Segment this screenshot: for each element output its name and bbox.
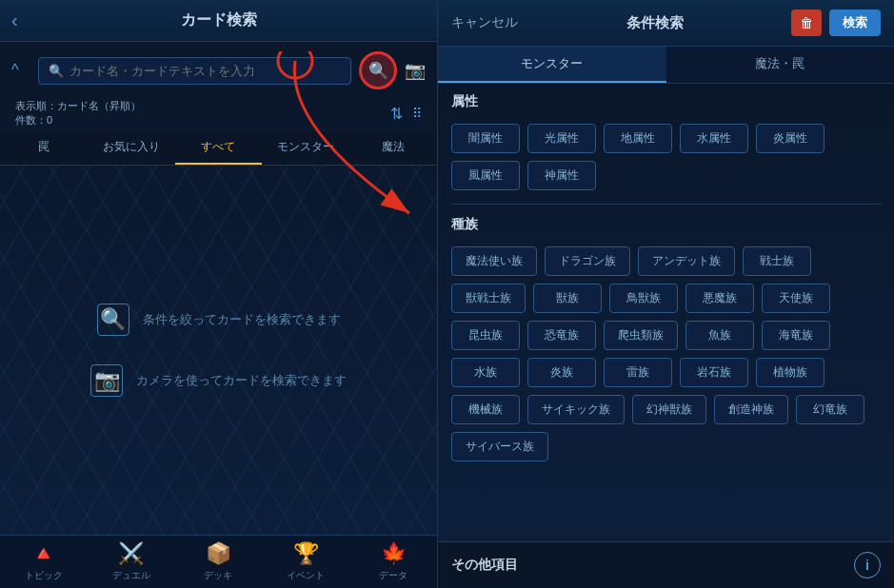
nav-topic[interactable]: 🔺 トピック [0,541,88,582]
tag-divine[interactable]: 神属性 [527,161,596,190]
tab-magic[interactable]: 魔法 [349,131,437,165]
nav-deck-icon: 📦 [206,541,231,566]
sort-area: 表示順：カード名（昇順） 件数：0 ⇅ ⠿ [0,95,437,131]
tag-warrior[interactable]: 戦士族 [743,246,811,276]
tag-reptile[interactable]: 爬虫類族 [604,321,678,350]
tag-rock[interactable]: 岩石族 [680,358,748,387]
tab-monster[interactable]: モンスター [438,47,666,83]
tag-undead[interactable]: アンデット族 [638,246,735,276]
count-label: 件数：0 [15,113,141,127]
nav-duel-label: デュエル [112,569,150,582]
hint-search-text: 条件を絞ってカードを検索できます [143,311,341,328]
tag-cyberse[interactable]: サイバース族 [451,432,548,461]
nav-deck-label: デッキ [204,569,232,582]
hint-camera: 📷 カメラを使ってカードを検索できます [90,364,347,397]
hint-search-icon: 🔍 [97,304,129,336]
nav-data-label: データ [379,569,407,582]
search-icon: 🔍 [49,64,64,78]
right-title: 条件検索 [626,14,684,32]
nav-duel-icon: ⚔️ [118,541,144,566]
cancel-button[interactable]: キャンセル [451,14,518,31]
sort-icons: ⇅ ⠿ [390,105,422,123]
bottom-nav: 🔺 トピック ⚔️ デュエル 📦 デッキ 🏆 イベント 🍁 データ [0,535,437,588]
nav-data[interactable]: 🍁 データ [349,541,437,582]
search-input[interactable] [70,64,341,78]
trash-button[interactable]: 🗑 [791,10,822,36]
tag-wyrm[interactable]: 幻竜族 [796,395,864,424]
left-panel: ‹ カード検索 ^ 🔍 🔍 📷 表示順：カード名（昇順） 件数：0 ⇅ ⠿ 罠 … [0,0,438,588]
tag-fish[interactable]: 魚族 [685,321,754,350]
tab-monster[interactable]: モンスター [262,131,349,165]
tag-thunder[interactable]: 雷族 [604,358,672,387]
left-header: ‹ カード検索 [0,0,437,42]
tag-beast[interactable]: 獣族 [533,284,602,313]
search-circle-icon: 🔍 [368,61,388,81]
nav-topic-label: トピック [25,569,63,582]
tab-favorites[interactable]: お気に入り [88,131,175,165]
tag-sea-serpent[interactable]: 海竜族 [762,321,830,350]
nav-topic-icon: 🔺 [30,541,56,566]
nav-deck[interactable]: 📦 デッキ [175,541,263,582]
search-circle-button[interactable]: 🔍 [359,51,397,89]
race-tag-grid: 魔法使い族 ドラゴン族 アンデット族 戦士族 獣戦士族 獣族 鳥獣族 悪魔族 天… [451,246,881,461]
tag-spellcaster[interactable]: 魔法使い族 [451,246,537,276]
tag-beast-warrior[interactable]: 獣戦士族 [451,284,526,313]
right-tabs: モンスター 魔法・罠 [438,47,894,84]
info-button[interactable]: i [854,552,881,578]
right-panel: キャンセル 条件検索 🗑 検索 モンスター 魔法・罠 属性 闇属性 光属性 地属… [438,0,894,588]
tag-insect[interactable]: 昆虫族 [451,321,520,350]
tab-trap[interactable]: 罠 [0,131,88,165]
tag-psychic[interactable]: サイキック族 [527,395,625,424]
footer-title: その他項目 [451,557,518,574]
attribute-section-title: 属性 [451,93,881,114]
section-divider [451,204,881,205]
tag-earth[interactable]: 地属性 [604,124,672,153]
tag-pyro[interactable]: 炎族 [527,358,596,387]
hint-search: 🔍 条件を絞ってカードを検索できます [97,304,341,336]
back-button[interactable]: ‹ [11,10,18,31]
right-content[interactable]: 属性 闇属性 光属性 地属性 水属性 炎属性 風属性 神属性 種族 魔法使い族 … [438,84,894,541]
tag-winged-beast[interactable]: 鳥獣族 [609,284,678,313]
nav-data-icon: 🍁 [381,541,407,566]
tag-creator-god[interactable]: 創造神族 [714,395,788,424]
right-footer: その他項目 i [438,541,894,588]
camera-button[interactable]: 📷 [405,60,426,81]
nav-event-icon: 🏆 [293,541,319,566]
trash-icon: 🗑 [800,15,813,30]
tag-light[interactable]: 光属性 [527,124,596,153]
nav-duel[interactable]: ⚔️ デュエル [88,541,175,582]
sort-info: 表示順：カード名（昇順） 件数：0 [15,99,141,127]
header-actions: 🗑 検索 [791,10,881,36]
tag-machine[interactable]: 機械族 [451,395,520,424]
grid-view-icon[interactable]: ⠿ [412,106,422,121]
nav-event-label: イベント [287,569,325,582]
tab-magic-trap[interactable]: 魔法・罠 [666,47,895,83]
tag-water[interactable]: 水属性 [680,124,748,153]
attribute-tag-grid: 闇属性 光属性 地属性 水属性 炎属性 風属性 神属性 [451,124,881,190]
tag-plant[interactable]: 植物族 [756,358,824,387]
filter-tabs: 罠 お気に入り すべて モンスター 魔法 [0,131,437,166]
sort-label: 表示順：カード名（昇順） [15,99,141,113]
search-input-wrap: 🔍 [38,57,351,85]
race-section: 種族 魔法使い族 ドラゴン族 アンデット族 戦士族 獣戦士族 獣族 鳥獣族 悪魔… [451,216,881,461]
right-header: キャンセル 条件検索 🗑 検索 [438,0,894,47]
tag-dinosaur[interactable]: 恐竜族 [527,321,596,350]
tag-wind[interactable]: 風属性 [451,161,520,190]
tab-all[interactable]: すべて [175,131,263,165]
tag-fire[interactable]: 炎属性 [756,124,824,153]
tag-fairy[interactable]: 天使族 [762,284,830,313]
nav-event[interactable]: 🏆 イベント [262,541,349,582]
tag-aqua[interactable]: 水族 [451,358,520,387]
tag-dark[interactable]: 闇属性 [451,124,520,153]
search-bar-area: ^ 🔍 🔍 📷 [0,42,437,95]
expand-button[interactable]: ^ [11,62,30,79]
attribute-section: 属性 闇属性 光属性 地属性 水属性 炎属性 風属性 神属性 [451,93,881,190]
tag-dragon[interactable]: ドラゴン族 [545,246,630,276]
search-button[interactable]: 検索 [829,10,881,36]
tag-fiend[interactable]: 悪魔族 [685,284,754,313]
tag-divine-beast[interactable]: 幻神獣族 [632,395,706,424]
page-title: カード検索 [181,10,257,30]
hint-camera-text: カメラを使ってカードを検索できます [136,372,347,389]
hint-camera-icon: 📷 [90,364,123,397]
sort-order-icon[interactable]: ⇅ [390,105,403,123]
